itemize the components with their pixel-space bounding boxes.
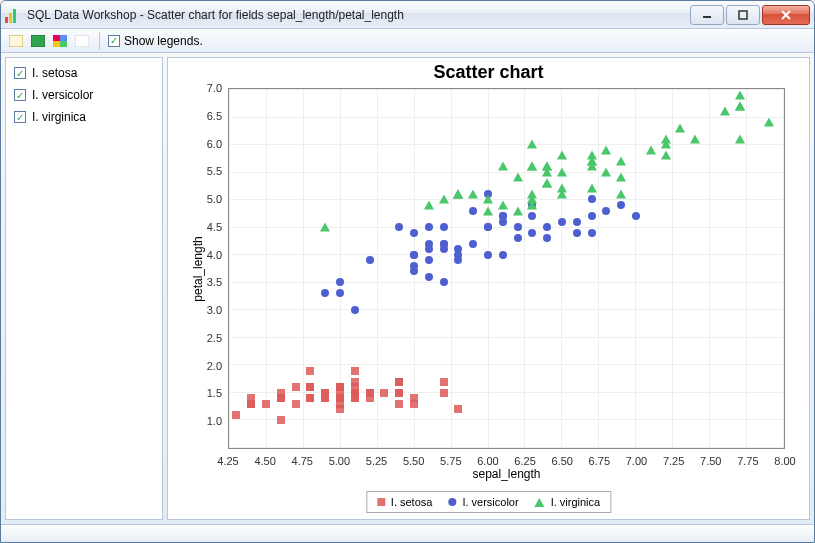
chart-type-blank-icon[interactable]	[73, 32, 91, 50]
data-point	[646, 145, 656, 154]
data-point	[602, 207, 610, 215]
data-point	[588, 229, 596, 237]
data-point	[351, 383, 359, 391]
y-tick: 2.5	[207, 332, 222, 344]
data-point	[469, 240, 477, 248]
data-point	[395, 400, 403, 408]
y-tick: 7.0	[207, 82, 222, 94]
data-point	[616, 173, 626, 182]
y-tick: 1.0	[207, 415, 222, 427]
data-point	[468, 189, 478, 198]
legend-item-setosa[interactable]: I. setosa	[377, 496, 433, 508]
y-tick: 4.5	[207, 221, 222, 233]
data-point	[573, 229, 581, 237]
legend-label: I. virginica	[551, 496, 601, 508]
data-point	[601, 145, 611, 154]
window-controls	[690, 5, 810, 25]
data-point	[336, 278, 344, 286]
legend-item-versicolor[interactable]: I. versicolor	[448, 496, 518, 508]
statusbar	[1, 524, 814, 542]
data-point	[440, 378, 448, 386]
data-point	[425, 223, 433, 231]
toolbar: ✓ Show legends.	[1, 29, 814, 53]
data-point	[616, 189, 626, 198]
data-point	[292, 400, 300, 408]
x-tick: 5.75	[440, 455, 461, 467]
sidebar-item-virginica[interactable]: ✓ I. virginica	[6, 106, 162, 128]
data-point	[424, 201, 434, 210]
chart-type-palette-icon[interactable]	[51, 32, 69, 50]
data-point	[483, 195, 493, 204]
data-point	[454, 251, 462, 259]
y-axis: petal_length 1.01.52.02.53.03.54.04.55.0…	[192, 88, 226, 449]
close-button[interactable]	[762, 5, 810, 25]
data-point	[380, 389, 388, 397]
x-tick: 8.00	[774, 455, 795, 467]
y-tick: 2.0	[207, 360, 222, 372]
app-window: SQL Data Workshop - Scatter chart for fi…	[0, 0, 815, 543]
data-point	[513, 173, 523, 182]
data-point	[395, 378, 403, 386]
checkbox-icon: ✓	[108, 35, 120, 47]
data-point	[425, 240, 433, 248]
data-point	[513, 206, 523, 215]
scatter-plot[interactable]	[228, 88, 785, 449]
x-tick: 5.25	[366, 455, 387, 467]
data-point	[543, 223, 551, 231]
legend-item-virginica[interactable]: I. virginica	[535, 496, 601, 508]
svg-rect-7	[60, 35, 67, 41]
data-point	[410, 400, 418, 408]
x-tick: 6.75	[589, 455, 610, 467]
chart-type-filled-icon[interactable]	[29, 32, 47, 50]
y-tick: 3.0	[207, 304, 222, 316]
maximize-button[interactable]	[726, 5, 760, 25]
data-point	[321, 394, 329, 402]
data-point	[469, 207, 477, 215]
data-point	[395, 223, 403, 231]
data-point	[661, 140, 671, 149]
data-point	[557, 151, 567, 160]
svg-rect-6	[53, 35, 60, 41]
data-point	[588, 212, 596, 220]
data-point	[587, 184, 597, 193]
data-point	[262, 400, 270, 408]
data-point	[632, 212, 640, 220]
chart-type-empty-icon[interactable]	[7, 32, 25, 50]
svg-rect-8	[53, 41, 60, 47]
data-point	[528, 229, 536, 237]
svg-rect-5	[31, 35, 45, 47]
data-point	[484, 251, 492, 259]
sidebar-item-versicolor[interactable]: ✓ I. versicolor	[6, 84, 162, 106]
data-point	[232, 411, 240, 419]
data-point	[543, 234, 551, 242]
titlebar[interactable]: SQL Data Workshop - Scatter chart for fi…	[1, 1, 814, 29]
x-tick: 7.75	[737, 455, 758, 467]
data-point	[527, 195, 537, 204]
y-tick: 6.5	[207, 110, 222, 122]
sidebar-item-setosa[interactable]: ✓ I. setosa	[6, 62, 162, 84]
data-point	[351, 367, 359, 375]
data-point	[410, 251, 418, 259]
svg-rect-9	[60, 41, 67, 47]
data-point	[557, 184, 567, 193]
data-point	[558, 218, 566, 226]
data-point	[514, 223, 522, 231]
data-point	[277, 394, 285, 402]
square-marker-icon	[377, 498, 385, 506]
data-point	[528, 212, 536, 220]
series-sidebar: ✓ I. setosa ✓ I. versicolor ✓ I. virgini…	[5, 57, 163, 520]
y-tick: 3.5	[207, 276, 222, 288]
show-legends-checkbox[interactable]: ✓ Show legends.	[108, 34, 203, 48]
svg-rect-1	[739, 11, 747, 19]
data-point	[336, 383, 344, 391]
data-point	[484, 223, 492, 231]
data-point	[366, 389, 374, 397]
data-point	[735, 134, 745, 143]
data-point	[514, 234, 522, 242]
chart-title: Scatter chart	[168, 62, 809, 83]
minimize-button[interactable]	[690, 5, 724, 25]
data-point	[247, 400, 255, 408]
data-point	[542, 167, 552, 176]
x-tick: 5.00	[329, 455, 350, 467]
app-icon	[5, 7, 21, 23]
